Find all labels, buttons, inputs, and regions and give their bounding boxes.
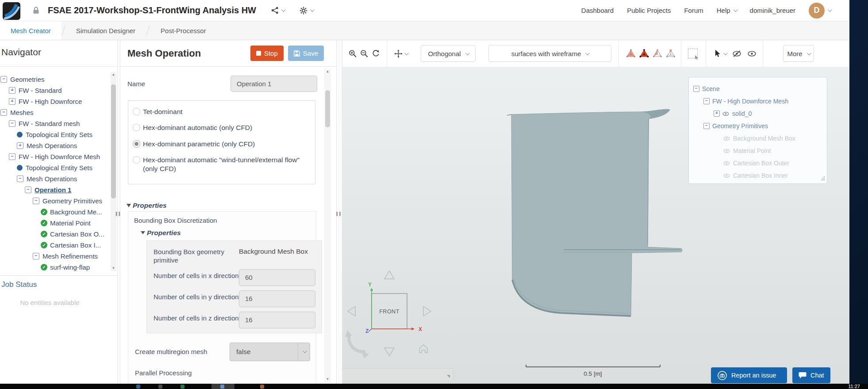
- scene-item-material-point[interactable]: Material Point: [689, 145, 827, 157]
- collapse-icon[interactable]: −: [9, 120, 15, 127]
- hide-selection-button[interactable]: [731, 45, 742, 62]
- scene-item-geometry-primitives[interactable]: −Geometry Primitives: [689, 120, 827, 132]
- tree-item-mesh-refinements[interactable]: −Mesh Refinements: [0, 251, 117, 262]
- radio-icon[interactable]: [133, 156, 140, 164]
- tree-item-fw-high-downforce[interactable]: +FW - High Downforce: [0, 96, 117, 107]
- taskbar-app-icon[interactable]: [136, 385, 140, 389]
- name-input[interactable]: Operation 1: [230, 76, 317, 92]
- visibility-eye-icon[interactable]: [723, 173, 730, 178]
- collapse-icon[interactable]: −: [703, 123, 710, 129]
- resize-handle-icon[interactable]: ◥: [447, 374, 450, 378]
- scene-item-fw-high-downforce-mesh[interactable]: −FW - High Downforce Mesh: [689, 95, 827, 107]
- scrollbar-thumb[interactable]: [111, 84, 116, 198]
- radio-hex-parametric[interactable]: Hex-dominant parametric (only CFD): [133, 140, 310, 148]
- tree-item-fw-standard-mesh[interactable]: −FW - Standard mesh: [0, 118, 117, 129]
- settings-button[interactable]: [300, 7, 313, 15]
- nav-public-projects[interactable]: Public Projects: [627, 7, 671, 14]
- refresh-view-button[interactable]: [370, 45, 381, 62]
- tree-item-material-point[interactable]: ✓Material Point: [0, 217, 117, 229]
- collapsed-panel-bar[interactable]: ◥: [342, 368, 453, 380]
- tree-item-meshes[interactable]: −Meshes: [0, 107, 117, 118]
- expand-icon[interactable]: +: [9, 87, 15, 94]
- share-button[interactable]: [271, 7, 284, 14]
- taskbar-app-icon[interactable]: [181, 385, 184, 389]
- tree-item-geometries[interactable]: −Geometries: [0, 74, 117, 85]
- select-face-button[interactable]: [651, 45, 664, 62]
- collapse-icon[interactable]: −: [25, 187, 31, 193]
- radio-hex-automatic[interactable]: Hex-dominant automatic (only CFD): [133, 123, 310, 132]
- tree-item-background-mesh-box[interactable]: ✓Background Me...: [0, 206, 117, 217]
- os-taskbar[interactable]: 11:27: [0, 384, 868, 389]
- tree-item-topological-entity-sets[interactable]: Topological Entity Sets: [0, 129, 117, 140]
- simscale-logo[interactable]: [3, 2, 20, 20]
- tab-mesh-creator[interactable]: Mesh Creator: [0, 21, 61, 40]
- tree-item-surf-wing-flap[interactable]: ✓surf-wing-flap: [0, 262, 117, 273]
- taskbar-app-icon[interactable]: [220, 385, 224, 389]
- tree-item-mesh-operations[interactable]: +Mesh Operations: [0, 140, 117, 151]
- radio-selected-icon[interactable]: [133, 140, 140, 148]
- expand-icon[interactable]: +: [17, 142, 23, 149]
- tree-item-geometry-primitives[interactable]: −Geometry Primitives: [0, 195, 117, 206]
- avatar[interactable]: D: [809, 3, 825, 19]
- select-volume-button[interactable]: [624, 45, 638, 62]
- tree-item-fw-high-downforce-mesh[interactable]: −FW - High Downforce Mesh: [0, 151, 117, 162]
- collapse-icon[interactable]: −: [9, 153, 15, 160]
- properties-header[interactable]: Properties: [127, 202, 167, 210]
- cells-x-input[interactable]: 60: [239, 269, 315, 286]
- visibility-eye-icon[interactable]: [723, 136, 730, 141]
- report-issue-button[interactable]: Report an issue: [711, 367, 787, 383]
- render-mode-dropdown[interactable]: surfaces with wireframe: [488, 45, 611, 62]
- collapse-icon[interactable]: −: [0, 76, 7, 83]
- radio-hex-windtunnel[interactable]: Hex-dominant automatic "wind-tunnel/exte…: [133, 156, 310, 173]
- visibility-eye-icon[interactable]: [723, 161, 730, 166]
- scroll-down-icon[interactable]: ▼: [324, 377, 331, 382]
- expand-icon[interactable]: +: [714, 111, 720, 117]
- radio-tet-dominant[interactable]: Tet-dominant: [133, 107, 310, 116]
- cursor-tool-button[interactable]: [712, 45, 728, 62]
- panel-splitter[interactable]: ▌▌: [117, 40, 120, 384]
- username[interactable]: dominik_breuer: [750, 7, 795, 14]
- expand-icon[interactable]: +: [9, 98, 15, 105]
- visibility-eye-icon[interactable]: [723, 149, 730, 153]
- multiregion-select[interactable]: false: [230, 343, 310, 361]
- marquee-select-button[interactable]: [686, 45, 699, 62]
- viewport-canvas[interactable]: FRONT Y X Z: [342, 67, 849, 384]
- user-menu[interactable]: D: [809, 3, 831, 19]
- radio-icon[interactable]: [133, 124, 140, 131]
- collapse-icon[interactable]: −: [703, 98, 710, 104]
- select-dropdown-area[interactable]: [298, 343, 310, 361]
- scrollbar-thumb[interactable]: [325, 90, 330, 127]
- cells-y-input[interactable]: 16: [239, 290, 315, 307]
- scene-item-solid-0[interactable]: + solid_0: [689, 107, 827, 120]
- resize-handle-icon[interactable]: [821, 174, 825, 182]
- save-button[interactable]: Save: [288, 46, 324, 61]
- scene-item-cartesian-box-outer[interactable]: Cartesian Box Outer: [689, 157, 827, 169]
- nav-dashboard[interactable]: Dashboard: [581, 7, 614, 14]
- tab-simulation-designer[interactable]: Simulation Designer: [65, 21, 146, 40]
- scroll-up-icon[interactable]: ▲: [324, 69, 331, 74]
- taskbar-app-icon[interactable]: [158, 385, 162, 389]
- tree-item-topological-entity-sets[interactable]: Topological Entity Sets: [0, 162, 117, 173]
- tree-item-operation-1[interactable]: −Operation 1: [0, 184, 117, 195]
- taskbar-app-icon[interactable]: [260, 385, 264, 389]
- scroll-up-icon[interactable]: ▲: [111, 72, 116, 77]
- show-all-button[interactable]: [746, 45, 757, 62]
- tree-item-fw-standard[interactable]: +FW - Standard: [0, 85, 117, 96]
- scene-item-scene[interactable]: −Scene: [689, 83, 827, 95]
- scene-item-cartesian-box-inner[interactable]: Cartesian Box Inner: [689, 169, 827, 182]
- sidebar-scrollbar[interactable]: ▲ ▼: [111, 72, 116, 271]
- zoom-in-button[interactable]: [347, 45, 358, 62]
- sub-properties-header[interactable]: Properties: [141, 229, 316, 237]
- more-dropdown[interactable]: More: [783, 45, 814, 62]
- tree-item-mesh-operations[interactable]: −Mesh Operations: [0, 173, 117, 184]
- nav-forum[interactable]: Forum: [684, 7, 703, 14]
- zoom-out-button[interactable]: [358, 45, 370, 62]
- cells-z-input[interactable]: 16: [239, 312, 315, 328]
- scroll-down-icon[interactable]: ▼: [111, 266, 116, 271]
- pan-tool-button[interactable]: [392, 45, 409, 62]
- panel-splitter[interactable]: ▌▌: [336, 40, 342, 384]
- collapse-icon[interactable]: −: [693, 86, 699, 92]
- tab-post-processor[interactable]: Post-Processor: [150, 21, 217, 40]
- chat-button[interactable]: Chat: [792, 367, 830, 383]
- collapse-icon[interactable]: −: [33, 253, 39, 259]
